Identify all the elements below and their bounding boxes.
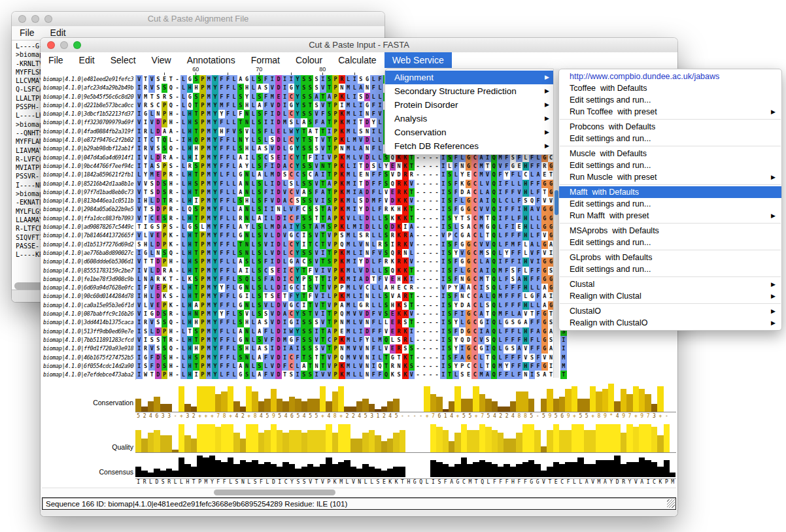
residue-cell[interactable]: S (307, 93, 314, 101)
residue-cell[interactable]: T (193, 231, 199, 240)
residue-cell[interactable]: N (320, 162, 326, 171)
residue-cell[interactable]: N (244, 249, 250, 258)
residue-cell[interactable]: F (225, 93, 231, 101)
residue-cell[interactable]: F (218, 75, 225, 84)
residue-cell[interactable]: V (358, 362, 364, 371)
residue-cell[interactable]: L (250, 118, 256, 127)
residue-cell[interactable]: - (434, 214, 440, 223)
residue-cell[interactable]: - (174, 127, 180, 136)
residue-cell[interactable]: Y (143, 171, 149, 179)
residue-cell[interactable]: T (326, 118, 333, 127)
residue-cell[interactable]: F (218, 93, 225, 101)
residue-cell[interactable]: M (351, 223, 358, 231)
residue-cell[interactable]: D (364, 214, 371, 223)
residue-cell[interactable]: C (288, 197, 295, 205)
residue-cell[interactable]: F (504, 310, 510, 318)
residue-cell[interactable]: Q (244, 275, 250, 284)
residue-cell[interactable]: G (541, 362, 548, 371)
residue-cell[interactable]: H (167, 258, 174, 266)
residue-cell[interactable]: P (199, 327, 206, 336)
residue-cell[interactable]: G (516, 318, 522, 327)
residue-cell[interactable]: F (218, 84, 225, 92)
residue-cell[interactable]: F (504, 354, 510, 362)
residue-cell[interactable]: Y (364, 336, 371, 344)
residue-cell[interactable]: V (320, 144, 326, 153)
residue-cell[interactable]: T (148, 93, 155, 101)
residue-cell[interactable]: Y (504, 249, 510, 258)
sequence-id[interactable]: biomap|4.1.0|b29ab98dbf12ab1f (43, 144, 135, 153)
residue-cell[interactable]: V (485, 171, 491, 179)
residue-cell[interactable]: I (497, 214, 504, 223)
sequence-id[interactable]: biomap|4.1.0|6f0554cdc14d2a90 (43, 362, 135, 371)
sequence-id[interactable]: biomap|4.1.0|85551783159c2be7 (43, 267, 135, 275)
residue-cell[interactable]: S (294, 197, 301, 205)
residue-cell[interactable]: - (415, 292, 421, 301)
residue-cell[interactable]: S (447, 310, 453, 318)
residue-cell[interactable]: L (231, 275, 237, 284)
residue-cell[interactable]: L (358, 371, 364, 379)
residue-cell[interactable]: R (162, 93, 168, 101)
residue-cell[interactable]: S (301, 84, 307, 92)
residue-cell[interactable]: Y (294, 327, 301, 336)
residue-cell[interactable]: R (167, 310, 174, 318)
residue-cell[interactable]: A (466, 223, 472, 231)
residue-cell[interactable]: F (453, 327, 459, 336)
residue-cell[interactable]: V (282, 231, 288, 240)
residue-cell[interactable]: S (148, 101, 155, 110)
residue-cell[interactable]: T (193, 267, 199, 275)
residue-cell[interactable]: T (301, 136, 307, 144)
residue-cell[interactable]: - (415, 249, 421, 258)
residue-cell[interactable]: P (199, 318, 206, 327)
residue-cell[interactable]: - (428, 231, 434, 240)
residue-cell[interactable]: K (396, 301, 402, 310)
residue-cell[interactable]: A (301, 362, 307, 371)
residue-cell[interactable]: V (409, 371, 415, 379)
residue-cell[interactable]: A (466, 284, 472, 292)
residue-cell[interactable]: L (225, 205, 231, 214)
residue-cell[interactable]: M (206, 241, 213, 249)
residue-cell[interactable]: T (326, 84, 333, 92)
residue-cell[interactable]: N (244, 118, 250, 127)
residue-cell[interactable]: I (136, 136, 143, 144)
residue-cell[interactable]: Y (244, 136, 250, 144)
residue-cell[interactable]: K (339, 93, 345, 101)
residue-cell[interactable]: - (434, 241, 440, 249)
residue-cell[interactable]: - (415, 371, 421, 379)
residue-cell[interactable]: E (396, 284, 402, 292)
residue-cell[interactable]: L (180, 249, 187, 258)
residue-cell[interactable]: F (225, 136, 231, 144)
residue-cell[interactable]: C (288, 93, 295, 101)
residue-cell[interactable]: F (510, 354, 517, 362)
residue-cell[interactable]: T (313, 275, 320, 284)
residue-cell[interactable]: L (218, 371, 225, 379)
residue-cell[interactable]: P (332, 136, 339, 144)
residue-cell[interactable]: Y (459, 171, 466, 179)
residue-cell[interactable]: P (199, 344, 206, 353)
residue-cell[interactable]: S (193, 258, 199, 266)
residue-cell[interactable]: V (136, 101, 143, 110)
residue-cell[interactable]: P (199, 136, 206, 144)
residue-cell[interactable]: V (358, 310, 364, 318)
residue-cell[interactable]: C (471, 362, 478, 371)
residue-cell[interactable]: S (447, 354, 453, 362)
residue-cell[interactable]: Y (212, 110, 218, 118)
residue-cell[interactable]: R (167, 197, 174, 205)
residue-cell[interactable]: V (320, 344, 326, 353)
residue-cell[interactable]: F (225, 336, 231, 344)
residue-cell[interactable]: P (199, 354, 206, 362)
residue-cell[interactable]: M (206, 318, 213, 327)
sequence-id[interactable]: biomap|4.1.0|e7efdebce473aba2 (43, 371, 135, 379)
residue-cell[interactable]: A (301, 188, 307, 197)
residue-cell[interactable]: T (383, 354, 390, 362)
residue-cell[interactable]: S (301, 249, 307, 258)
residue-cell[interactable]: S (193, 223, 199, 231)
residue-cell[interactable]: P (332, 214, 339, 223)
residue-cell[interactable]: Y (218, 310, 225, 318)
residue-cell[interactable]: C (288, 267, 295, 275)
residue-cell[interactable]: V (244, 310, 250, 318)
residue-cell[interactable]: I (440, 171, 447, 179)
residue-cell[interactable]: I (269, 110, 275, 118)
residue-cell[interactable]: L (180, 162, 187, 171)
residue-cell[interactable]: K (396, 310, 402, 318)
residue-cell[interactable]: S (313, 144, 320, 153)
